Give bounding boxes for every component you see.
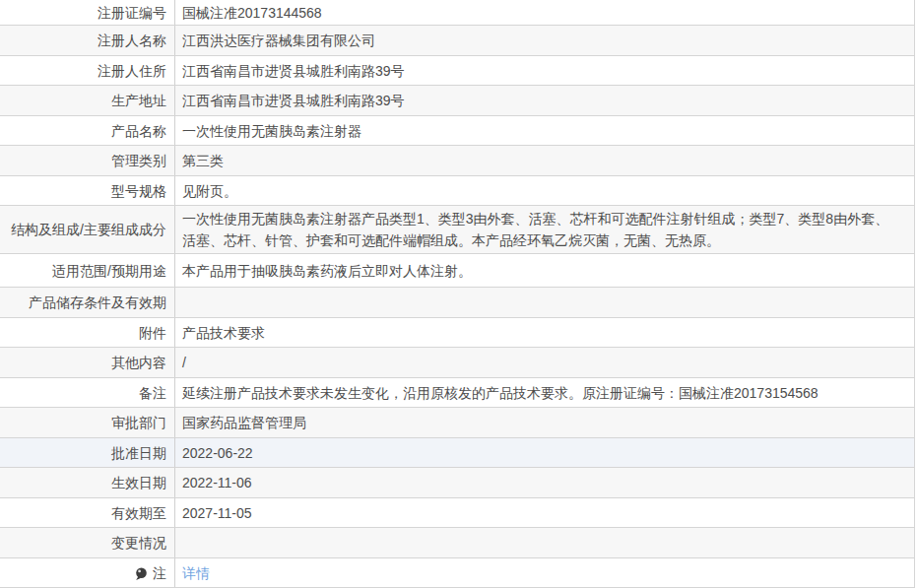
- row-value: 一次性使用无菌胰岛素注射器产品类型1、类型3由外套、活塞、芯杆和可选配件注射针组…: [175, 206, 914, 253]
- row-label: 有效期至: [0, 498, 175, 527]
- row-label: 注册人住所: [0, 56, 175, 85]
- table-row: 备注延续注册产品技术要求未发生变化，沿用原核发的产品技术要求。原注册证编号：国械…: [0, 378, 914, 408]
- row-value: /: [175, 348, 914, 377]
- row-value: 第三类: [175, 146, 914, 175]
- row-label: 生效日期: [0, 468, 175, 497]
- row-label-text: 适用范围/预期用途: [52, 260, 166, 282]
- row-label-text: 结构及组成/主要组成成分: [11, 219, 166, 240]
- row-value: 详情: [175, 558, 914, 587]
- table-row: 其他内容/: [0, 348, 914, 378]
- registration-table: 注册证编号国械注准20173144568注册人名称江西洪达医疗器械集团有限公司注…: [0, 0, 915, 588]
- row-value: 见附页。: [175, 176, 914, 205]
- row-label: 注册人名称: [0, 26, 175, 55]
- row-label-text: 注册人住所: [98, 60, 166, 82]
- row-label-text: 型号规格: [111, 180, 166, 202]
- table-row: 适用范围/预期用途本产品用于抽吸胰岛素药液后立即对人体注射。: [0, 254, 914, 288]
- row-label: 生产地址: [0, 86, 175, 115]
- row-value: 产品技术要求: [175, 318, 914, 347]
- row-label: 适用范围/预期用途: [0, 254, 175, 287]
- row-value: 江西洪达医疗器械集团有限公司: [175, 26, 914, 55]
- row-label-text: 管理类别: [111, 150, 166, 171]
- row-value: [175, 288, 914, 317]
- row-value: 延续注册产品技术要求未发生变化，沿用原核发的产品技术要求。原注册证编号：国械注准…: [175, 378, 914, 407]
- table-row: 审批部门国家药品监督管理局: [0, 408, 914, 438]
- row-value: 一次性使用无菌胰岛素注射器: [175, 116, 914, 145]
- table-row: 注详情: [0, 558, 914, 588]
- row-value: 本产品用于抽吸胰岛素药液后立即对人体注射。: [175, 254, 914, 287]
- row-label-text: 注册人名称: [98, 30, 166, 51]
- table-row: 产品名称一次性使用无菌胰岛素注射器: [0, 116, 914, 146]
- row-value: 2022-06-22: [175, 438, 914, 467]
- table-row: 生产地址江西省南昌市进贤县城胜利南路39号: [0, 86, 914, 116]
- row-label-text: 批准日期: [111, 442, 166, 464]
- row-label-text: 注: [153, 562, 166, 584]
- row-label-text: 变更情况: [111, 532, 166, 554]
- row-label: 管理类别: [0, 146, 175, 175]
- detail-link[interactable]: 详情: [182, 562, 210, 584]
- row-label: 备注: [0, 378, 175, 407]
- row-label: 结构及组成/主要组成成分: [0, 206, 175, 253]
- table-row: 产品储存条件及有效期: [0, 288, 914, 318]
- table-row: 注册人住所江西省南昌市进贤县城胜利南路39号: [0, 56, 914, 86]
- row-label-text: 附件: [139, 322, 166, 344]
- row-label-text: 备注: [139, 382, 166, 404]
- row-value: 2027-11-05: [175, 498, 914, 527]
- row-value: 江西省南昌市进贤县城胜利南路39号: [175, 86, 914, 115]
- row-value: 国械注准20173144568: [175, 0, 914, 25]
- row-label: 注册证编号: [0, 0, 175, 25]
- row-label: 产品名称: [0, 116, 175, 145]
- row-label-text: 有效期至: [111, 502, 166, 524]
- row-label: 型号规格: [0, 176, 175, 205]
- row-label: 产品储存条件及有效期: [0, 288, 175, 317]
- row-label: 批准日期: [0, 438, 175, 467]
- row-label-text: 生效日期: [111, 472, 166, 493]
- row-value: 国家药品监督管理局: [175, 408, 914, 437]
- table-row: 注册证编号国械注准20173144568: [0, 0, 914, 26]
- row-label: 变更情况: [0, 528, 175, 557]
- row-label: 注: [0, 558, 175, 587]
- table-row: 生效日期2022-11-06: [0, 468, 914, 498]
- table-row: 变更情况: [0, 528, 914, 558]
- table-row: 管理类别第三类: [0, 146, 914, 176]
- row-label-text: 产品储存条件及有效期: [29, 292, 166, 313]
- table-row: 有效期至2027-11-05: [0, 498, 914, 528]
- row-label-text: 产品名称: [111, 120, 166, 142]
- row-label-text: 注册证编号: [98, 2, 166, 24]
- row-value: 2022-11-06: [175, 468, 914, 497]
- table-row: 批准日期2022-06-22: [0, 438, 914, 468]
- table-row: 型号规格见附页。: [0, 176, 914, 206]
- row-label: 其他内容: [0, 348, 175, 377]
- row-label: 审批部门: [0, 408, 175, 437]
- row-label-text: 其他内容: [111, 352, 166, 373]
- row-label-text: 生产地址: [111, 90, 166, 111]
- note-balloon-icon: [135, 567, 148, 581]
- table-row: 结构及组成/主要组成成分一次性使用无菌胰岛素注射器产品类型1、类型3由外套、活塞…: [0, 206, 914, 254]
- row-value: 江西省南昌市进贤县城胜利南路39号: [175, 56, 914, 85]
- row-label-text: 审批部门: [111, 412, 166, 433]
- row-label: 附件: [0, 318, 175, 347]
- row-value: [175, 528, 914, 557]
- table-row: 注册人名称江西洪达医疗器械集团有限公司: [0, 26, 914, 56]
- table-row: 附件产品技术要求: [0, 318, 914, 348]
